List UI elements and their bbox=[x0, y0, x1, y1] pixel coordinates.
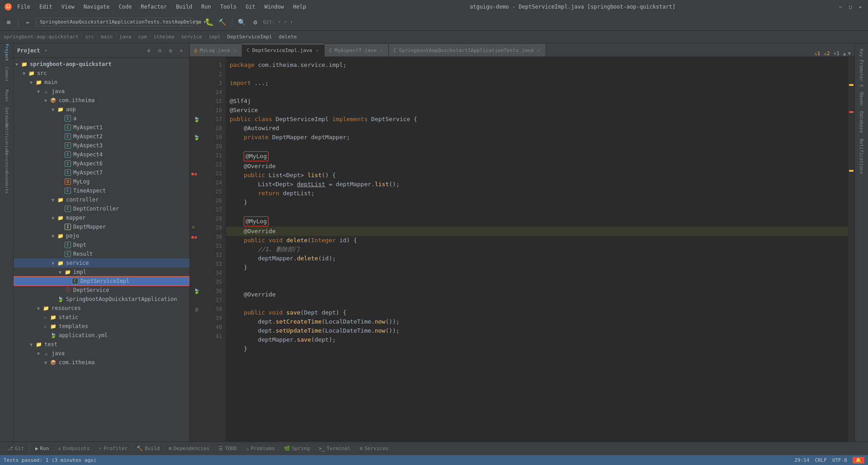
debug-test-icon[interactable]: ◉ bbox=[194, 171, 197, 176]
search-everywhere-button[interactable]: 🔍 bbox=[236, 16, 248, 28]
tree-item-src[interactable]: ▼ 📁 src bbox=[14, 69, 189, 78]
scroll-up-button[interactable]: ▲ bbox=[843, 51, 846, 56]
tree-item-test-com-itheima[interactable]: ▼ 📦 com.itheima bbox=[14, 358, 189, 367]
menu-view[interactable]: View bbox=[60, 3, 76, 11]
collapse-all-button[interactable]: ⊟ bbox=[155, 46, 164, 55]
run-configuration[interactable]: SpringbootAopQuickstart1ApplicationTests… bbox=[36, 18, 194, 26]
project-structure-button[interactable]: ⊞ bbox=[3, 16, 14, 28]
tree-item-timeaspect[interactable]: C TimeAspect bbox=[14, 186, 189, 195]
tree-item-myaspect3[interactable]: C MyAspect3 bbox=[14, 141, 189, 150]
sidebar-project-icon[interactable]: Project bbox=[1, 47, 12, 58]
menu-run[interactable]: Run bbox=[199, 3, 213, 11]
menu-navigate[interactable]: Navigate bbox=[82, 3, 112, 11]
encoding[interactable]: UTF-8 bbox=[832, 457, 847, 463]
notifications-label[interactable]: Notifications bbox=[858, 137, 865, 176]
sidebar-maven-icon[interactable]: Maven bbox=[1, 90, 12, 101]
maven-label[interactable]: Maven bbox=[858, 90, 865, 108]
services-button[interactable]: ⚙ Services bbox=[356, 445, 392, 452]
tree-item-deptcontroller[interactable]: C DeptController bbox=[14, 204, 189, 213]
terminal-button[interactable]: >_ Terminal bbox=[315, 445, 354, 452]
notifications-status[interactable]: 🔔 bbox=[853, 457, 864, 464]
menu-code[interactable]: Code bbox=[117, 3, 134, 11]
profiler-button[interactable]: ⚡ Profiler bbox=[95, 445, 132, 452]
tree-item-templates[interactable]: ▷ 📁 templates bbox=[14, 322, 189, 331]
tab-myaspect7[interactable]: C MyAspect7.java ✕ bbox=[325, 44, 389, 56]
breadcrumb-method[interactable]: delete bbox=[279, 34, 297, 40]
sidebar-notifications-icon[interactable]: Notifications bbox=[1, 134, 12, 145]
breadcrumb-itheima[interactable]: itheima bbox=[153, 34, 174, 40]
tab-mylog[interactable]: @ MyLog.java ✕ bbox=[190, 44, 242, 56]
close-panel-button[interactable]: ✕ bbox=[177, 46, 186, 55]
build-bottom-button[interactable]: 🔨 Build bbox=[133, 445, 163, 452]
breadcrumb-class[interactable]: DeptServiceImpl bbox=[227, 34, 272, 40]
tree-item-a[interactable]: C a bbox=[14, 114, 189, 123]
spring-button[interactable]: 🌿 Spring bbox=[280, 445, 314, 452]
menu-git[interactable]: Git bbox=[244, 3, 257, 11]
cursor-position[interactable]: 29:14 bbox=[794, 457, 809, 463]
menu-window[interactable]: Window bbox=[263, 3, 286, 11]
tab-deptserviceimpl[interactable]: C DeptServiceImpl.java ✕ bbox=[242, 44, 325, 56]
tree-item-deptmapper[interactable]: I DeptMapper bbox=[14, 222, 189, 231]
menu-tools[interactable]: Tools bbox=[218, 3, 238, 11]
breadcrumb-service[interactable]: service bbox=[181, 34, 202, 40]
line-separator[interactable]: CRLF bbox=[815, 457, 827, 463]
tree-item-myaspect4[interactable]: C MyAspect4 bbox=[14, 150, 189, 159]
run-test-icon-30[interactable]: ● bbox=[191, 235, 194, 240]
breadcrumb-project[interactable]: springboot-aop-quickstart bbox=[4, 34, 79, 40]
tree-item-myaspect7[interactable]: C MyAspect7 bbox=[14, 168, 189, 177]
tree-item-root[interactable]: ▼ 📁 springboot-aop-quickstart bbox=[14, 60, 189, 69]
sidebar-structure-icon[interactable]: Structure bbox=[1, 155, 12, 166]
tree-item-com-itheima[interactable]: ▼ 📦 com.itheima bbox=[14, 96, 189, 105]
test-status[interactable]: Tests passed: 1 (3 minutes ago) bbox=[4, 457, 96, 463]
tree-item-dept[interactable]: C Dept bbox=[14, 240, 189, 249]
menu-help[interactable]: Help bbox=[291, 3, 308, 11]
run-button[interactable]: ▶ bbox=[196, 17, 202, 27]
breadcrumb-java[interactable]: java bbox=[119, 34, 132, 40]
tree-item-service[interactable]: ▼ 📁 service bbox=[14, 258, 189, 268]
key-promoter-label[interactable]: Key Promoter X bbox=[858, 47, 865, 89]
run-bottom-button[interactable]: ▶ Run bbox=[32, 445, 53, 452]
database-label[interactable]: Database bbox=[858, 109, 865, 135]
tree-item-springboot-app[interactable]: 🍃 SpringbootAopQuickstartApplication bbox=[14, 295, 189, 304]
menu-refactor[interactable]: Refactor bbox=[139, 3, 169, 11]
tab-close-button[interactable]: ✕ bbox=[232, 47, 237, 54]
tree-item-main[interactable]: ▼ 📁 main bbox=[14, 78, 189, 87]
build-button[interactable]: 🔨 bbox=[217, 16, 228, 28]
tree-item-result[interactable]: C Result bbox=[14, 249, 189, 258]
sidebar-bookmarks-icon[interactable]: Bookmarks bbox=[1, 177, 12, 188]
tree-item-resources[interactable]: ▼ 📁 resources bbox=[14, 304, 189, 313]
locate-file-button[interactable]: ⊕ bbox=[144, 46, 153, 55]
tree-item-test[interactable]: ▼ 📁 test bbox=[14, 340, 189, 349]
tree-item-deptservice[interactable]: ⓘ DeptService bbox=[14, 286, 189, 295]
sidebar-commit-icon[interactable]: Commit bbox=[1, 69, 12, 80]
debug-button[interactable]: 🐛 bbox=[204, 17, 215, 27]
breadcrumb-impl[interactable]: impl bbox=[208, 34, 221, 40]
tree-item-application-yml[interactable]: 🍃 application.yml bbox=[14, 331, 189, 340]
run-test-icon[interactable]: ● bbox=[191, 171, 194, 176]
tree-item-mylog[interactable]: @ MyLog bbox=[14, 177, 189, 186]
menu-file[interactable]: File bbox=[15, 3, 32, 11]
maximize-button[interactable]: □ bbox=[847, 4, 854, 10]
tree-item-java[interactable]: ▼ ☕ java bbox=[14, 87, 189, 96]
tab-close-button[interactable]: ✕ bbox=[379, 47, 384, 54]
tree-item-mapper[interactable]: ▼ 📁 mapper bbox=[14, 213, 189, 222]
problems-button[interactable]: ⚠ Problems bbox=[242, 445, 278, 452]
breadcrumb-src[interactable]: src bbox=[85, 34, 94, 40]
menu-edit[interactable]: Edit bbox=[38, 3, 54, 11]
code-editor[interactable]: package com.itheima.service.impl; import… bbox=[226, 57, 848, 442]
breadcrumb-main[interactable]: main bbox=[101, 34, 113, 40]
todo-button[interactable]: ☰ TODO bbox=[215, 445, 241, 452]
tree-item-static[interactable]: ▷ 📁 static bbox=[14, 313, 189, 322]
tree-item-myaspect1[interactable]: C MyAspect1 bbox=[14, 123, 189, 132]
tree-item-myaspect6[interactable]: C MyAspect6 bbox=[14, 159, 189, 168]
tree-item-impl[interactable]: ▼ 📁 impl bbox=[14, 268, 189, 277]
endpoints-button[interactable]: ⚓ Endpoints bbox=[54, 445, 93, 452]
tab-close-button[interactable]: ✕ bbox=[536, 47, 541, 54]
scroll-down-button[interactable]: ▼ bbox=[848, 51, 851, 56]
tree-item-pojo[interactable]: ▼ 📁 pojo bbox=[14, 231, 189, 240]
back-button[interactable]: ← bbox=[22, 16, 34, 28]
settings-button[interactable]: ⚙ bbox=[250, 16, 261, 28]
tab-springboottests[interactable]: C SpringbootAopQuickstart1ApplicationTes… bbox=[389, 44, 546, 56]
panel-settings-button[interactable]: ⚙ bbox=[166, 46, 175, 55]
tree-item-controller[interactable]: ▼ 📁 controller bbox=[14, 195, 189, 204]
